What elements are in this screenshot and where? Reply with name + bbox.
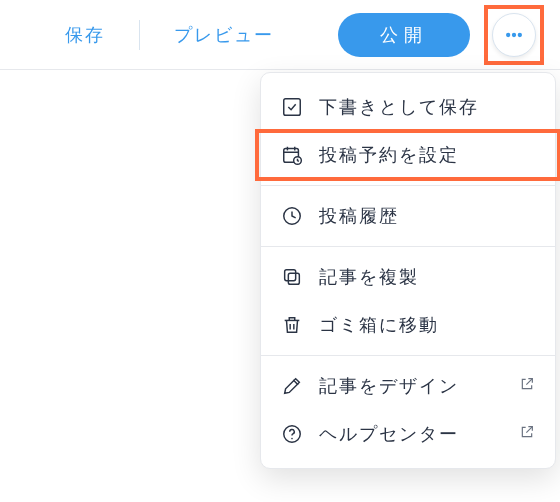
menu-item-help[interactable]: ヘルプセンター <box>261 410 555 458</box>
preview-link[interactable]: プレビュー <box>140 23 308 47</box>
svg-point-1 <box>513 33 516 36</box>
menu-item-label: 下書きとして保存 <box>319 95 479 119</box>
brush-icon <box>281 375 303 397</box>
menu-item-label: ヘルプセンター <box>319 422 459 446</box>
publish-button[interactable]: 公開 <box>338 13 470 57</box>
menu-item-history[interactable]: 投稿履歴 <box>261 192 555 240</box>
svg-rect-11 <box>285 270 296 281</box>
svg-point-15 <box>291 438 293 440</box>
more-button[interactable] <box>492 13 536 57</box>
trash-icon <box>281 314 303 336</box>
menu-item-trash[interactable]: ゴミ箱に移動 <box>261 301 555 349</box>
external-link-icon <box>519 424 535 445</box>
external-link-icon <box>519 376 535 397</box>
menu-item-design[interactable]: 記事をデザイン <box>261 362 555 410</box>
toolbar: 保存 プレビュー 公開 <box>0 0 560 70</box>
menu-separator <box>261 185 555 186</box>
menu-item-schedule[interactable]: 投稿予約を設定 <box>261 131 555 179</box>
menu-item-duplicate[interactable]: 記事を複製 <box>261 253 555 301</box>
save-link[interactable]: 保存 <box>31 23 139 47</box>
ellipsis-icon <box>504 25 524 45</box>
svg-point-0 <box>507 33 510 36</box>
menu-separator <box>261 355 555 356</box>
menu-item-label: ゴミ箱に移動 <box>319 313 439 337</box>
more-button-highlight <box>484 5 544 65</box>
menu-item-save-draft[interactable]: 下書きとして保存 <box>261 83 555 131</box>
svg-rect-10 <box>288 273 299 284</box>
help-icon <box>281 423 303 445</box>
svg-point-2 <box>519 33 522 36</box>
svg-rect-3 <box>284 99 301 116</box>
menu-item-label: 記事を複製 <box>319 265 419 289</box>
menu-item-label: 投稿予約を設定 <box>319 143 459 167</box>
more-menu: 下書きとして保存 投稿予約を設定 投稿履歴 記事を複製 <box>260 72 556 469</box>
checkbox-icon <box>281 96 303 118</box>
copy-icon <box>281 266 303 288</box>
calendar-clock-icon <box>281 144 303 166</box>
menu-item-label: 投稿履歴 <box>319 204 399 228</box>
menu-item-label: 記事をデザイン <box>319 374 459 398</box>
clock-icon <box>281 205 303 227</box>
menu-separator <box>261 246 555 247</box>
